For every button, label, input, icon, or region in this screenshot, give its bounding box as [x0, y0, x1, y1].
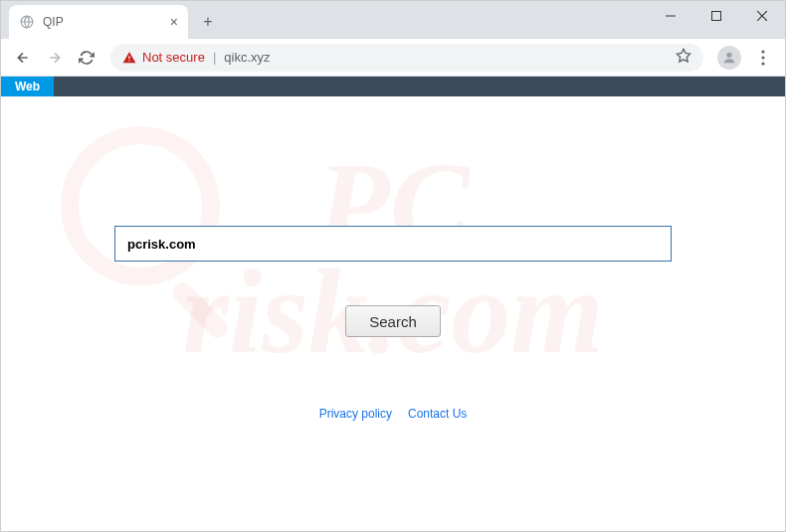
close-tab-icon[interactable]: ×	[170, 14, 178, 30]
url-separator: |	[213, 50, 216, 65]
page-content: Web PC risk.com Search Privacy policy Co…	[1, 77, 785, 532]
browser-toolbar: Not secure | qikc.xyz	[1, 39, 785, 77]
web-tab[interactable]: Web	[1, 77, 54, 96]
minimize-button[interactable]	[648, 1, 693, 31]
svg-point-7	[761, 50, 764, 53]
contact-us-link[interactable]: Contact Us	[408, 407, 467, 421]
svg-point-8	[761, 56, 764, 59]
bookmark-star-icon[interactable]	[676, 48, 691, 67]
security-indicator[interactable]: Not secure	[122, 50, 205, 65]
kebab-menu-icon[interactable]	[749, 44, 777, 72]
search-button[interactable]: Search	[345, 305, 441, 337]
footer-links: Privacy policy Contact Us	[319, 407, 468, 421]
svg-rect-2	[712, 12, 721, 21]
close-window-button[interactable]	[739, 1, 785, 31]
svg-point-5	[128, 60, 129, 61]
address-bar[interactable]: Not secure | qikc.xyz	[110, 44, 703, 72]
window-titlebar: QIP × +	[1, 1, 785, 39]
tab-title: QIP	[43, 15, 162, 29]
forward-button[interactable]	[41, 44, 69, 72]
svg-point-6	[726, 52, 731, 57]
profile-avatar-icon[interactable]	[717, 46, 741, 70]
back-button[interactable]	[9, 44, 37, 72]
new-tab-button[interactable]: +	[194, 8, 222, 36]
security-label: Not secure	[142, 50, 205, 65]
warning-icon	[122, 51, 136, 65]
site-nav-bar: Web	[1, 77, 785, 96]
search-area: PC risk.com Search Privacy policy Contac…	[1, 96, 785, 421]
globe-icon	[19, 14, 35, 30]
reload-button[interactable]	[73, 44, 100, 72]
privacy-policy-link[interactable]: Privacy policy	[319, 407, 392, 421]
browser-tab[interactable]: QIP ×	[9, 5, 188, 39]
maximize-button[interactable]	[693, 1, 739, 31]
svg-point-9	[761, 62, 764, 65]
url-text: qikc.xyz	[224, 50, 270, 65]
search-input[interactable]	[114, 226, 672, 262]
window-controls	[648, 1, 785, 31]
